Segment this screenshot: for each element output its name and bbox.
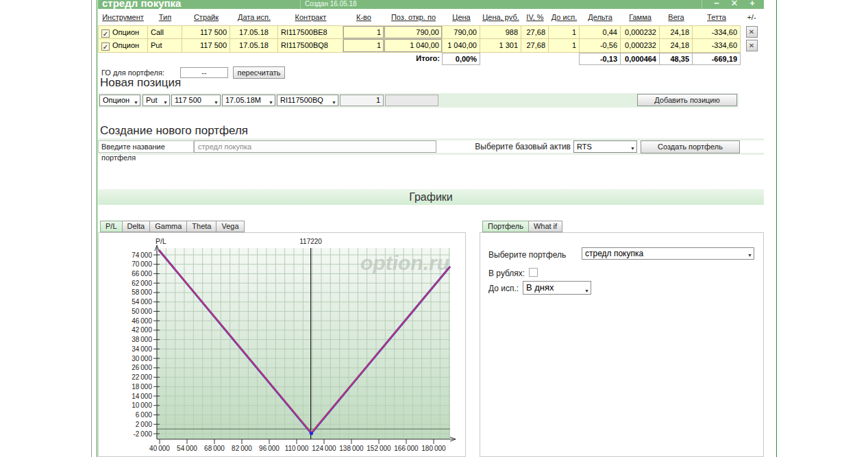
row-checkbox[interactable]: ✓: [101, 42, 110, 51]
close-icon[interactable]: ✕: [728, 0, 741, 9]
quantity-input[interactable]: 1: [340, 95, 384, 106]
check-icon: ✓: [103, 43, 108, 51]
column-header[interactable]: К-во: [343, 9, 384, 25]
svg-text:22 000: 22 000: [132, 373, 152, 381]
type-select[interactable]: Put▼: [142, 95, 170, 106]
chevron-down-icon: ▼: [332, 97, 336, 106]
row-checkbox[interactable]: ✓: [101, 29, 110, 38]
select-value: RI117500BQ: [280, 96, 323, 104]
recalculate-button[interactable]: пересчитать: [233, 66, 285, 79]
spacer: [182, 53, 230, 65]
spacer: [480, 53, 521, 65]
contract-select[interactable]: RI117500BQ▼: [277, 95, 338, 106]
svg-text:58 000: 58 000: [132, 288, 152, 296]
svg-text:18 000: 18 000: [132, 383, 152, 391]
spacer: [741, 53, 762, 65]
portfolio-name-input[interactable]: стредл покупка: [194, 140, 436, 153]
svg-text:68 000: 68 000: [204, 445, 225, 452]
chevron-down-icon: ▼: [134, 97, 138, 106]
column-header[interactable]: До исп.: [549, 9, 580, 25]
cell-days: 1: [549, 25, 580, 39]
column-header[interactable]: Контракт: [278, 9, 343, 25]
tab-портфель[interactable]: Портфель: [482, 221, 529, 232]
svg-text:66 000: 66 000: [132, 270, 152, 277]
svg-text:40 000: 40 000: [149, 445, 170, 452]
delete-row-button[interactable]: ✕: [746, 26, 758, 38]
totals-label: Итого:: [384, 53, 443, 65]
chevron-down-icon: ▼: [630, 143, 635, 153]
add-position-button[interactable]: Добавить позицию: [637, 94, 737, 106]
svg-text:-2 000: -2 000: [133, 430, 152, 438]
date-select[interactable]: 17.05.18М▼: [222, 95, 275, 106]
delete-row-button[interactable]: ✕: [746, 40, 758, 51]
column-header[interactable]: Дельта: [580, 9, 621, 25]
column-header[interactable]: Вега: [660, 9, 693, 25]
days-label: До исп.:: [488, 284, 519, 293]
rubles-checkbox[interactable]: [529, 268, 538, 277]
tab-gamma[interactable]: Gamma: [150, 221, 187, 232]
spacer: [343, 53, 384, 65]
tab-delta[interactable]: Delta: [123, 221, 151, 232]
cell-pos-open[interactable]: 1 040,00: [384, 39, 443, 53]
column-header[interactable]: Тетта: [693, 9, 741, 25]
cell-pos-open[interactable]: 790,00: [384, 25, 443, 39]
new-position-heading: Новая позиция: [100, 76, 181, 90]
portfolio-title: стредл покупка: [102, 0, 181, 9]
cell-strike: 117 500: [182, 39, 230, 53]
right-panel-tabs: ПортфельWhat if: [482, 221, 562, 232]
svg-text:38 000: 38 000: [132, 336, 152, 343]
column-header[interactable]: Тип: [148, 9, 182, 25]
cell-price-rub: 1 301: [480, 39, 521, 53]
positions-table-header: ИнструментТипСтрайкДата исп.КонтрактК-во…: [98, 9, 762, 25]
days-select[interactable]: В днях▼: [523, 281, 591, 295]
instrument-select[interactable]: Опцион▼: [99, 95, 140, 106]
chevron-down-icon: ▼: [163, 97, 168, 106]
column-header[interactable]: Цена: [443, 9, 480, 25]
svg-text:10 000: 10 000: [132, 402, 152, 409]
cell-type: Put: [148, 39, 182, 53]
column-header[interactable]: Гамма: [621, 9, 660, 25]
svg-text:34 000: 34 000: [132, 345, 152, 353]
totals-gamma: 0,000464: [620, 53, 660, 65]
strike-select[interactable]: 117 500▼: [171, 95, 221, 106]
column-header[interactable]: Дата исп.: [230, 9, 278, 25]
tab-theta[interactable]: Theta: [187, 221, 216, 232]
select-value: стредл покупка: [585, 249, 643, 258]
create-portfolio-strip: Введите название портфеля стредл покупка…: [98, 138, 764, 155]
go-input[interactable]: --: [180, 67, 228, 78]
create-portfolio-button[interactable]: Создать портфель: [641, 140, 740, 153]
svg-text:26 000: 26 000: [132, 364, 152, 371]
tab-vega[interactable]: Vega: [216, 221, 244, 232]
spacer: [278, 53, 343, 65]
tab-p-l[interactable]: P/L: [100, 221, 123, 232]
svg-text:138 000: 138 000: [339, 445, 364, 452]
minimize-icon[interactable]: −: [710, 0, 723, 9]
select-value: Опцион: [103, 96, 129, 104]
totals-theta: -669,19: [692, 53, 741, 65]
column-header-plus-minus: +/-: [741, 9, 762, 25]
portfolio-select[interactable]: стредл покупка▼: [582, 247, 754, 260]
tab-what-if[interactable]: What if: [529, 221, 562, 232]
base-asset-label: Выберите базовый актив: [441, 142, 571, 151]
cell-qty[interactable]: 1: [343, 25, 384, 39]
column-header[interactable]: Инструмент: [98, 9, 148, 25]
cell-vega: 24,18: [660, 39, 693, 53]
svg-text:117220: 117220: [299, 238, 322, 245]
column-header[interactable]: IV, %: [521, 9, 549, 25]
base-asset-select[interactable]: RTS▼: [573, 140, 637, 153]
svg-text:2 000: 2 000: [136, 421, 153, 428]
cell-qty[interactable]: 1: [343, 39, 384, 53]
column-header[interactable]: Страйк: [182, 9, 230, 25]
cell-delta: -0,56: [580, 39, 621, 53]
table-row: ✓Опцион Call 117 500 17.05.18 RI117500BE…: [98, 25, 762, 39]
check-icon: ✓: [103, 30, 108, 38]
cell-instrument: ✓Опцион: [98, 25, 148, 39]
column-header[interactable]: Поз. откр. по: [384, 9, 443, 25]
totals-delta: -0,13: [579, 53, 621, 65]
cell-delta: 0,44: [580, 25, 621, 39]
expand-icon[interactable]: +: [745, 0, 759, 9]
column-header[interactable]: Цена, руб.: [480, 9, 521, 25]
cell-gamma: 0,000232: [621, 25, 660, 39]
titlebar-divider: [702, 0, 702, 9]
created-date: Создан 16.05.18: [305, 0, 357, 8]
